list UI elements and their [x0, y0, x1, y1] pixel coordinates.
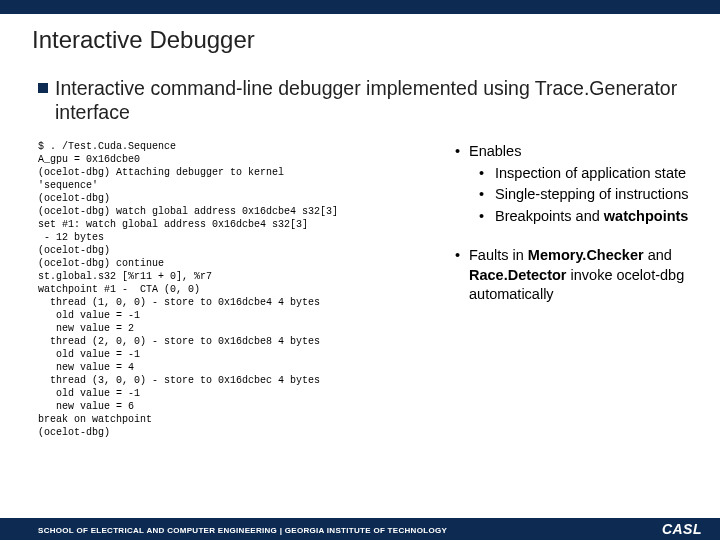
- faults-a: Faults in: [469, 247, 528, 263]
- main-bullet-text: Interactive command-line debugger implem…: [55, 76, 695, 125]
- enables-sub-stepping: Single-stepping of instructions: [455, 185, 700, 205]
- square-bullet-icon: [38, 83, 48, 93]
- breakpoints-text-b: watchpoints: [604, 208, 689, 224]
- top-band: [0, 0, 720, 14]
- right-column: Enables Inspection of application state …: [455, 142, 700, 307]
- breakpoints-text-a: Breakpoints and: [495, 208, 604, 224]
- faults-c: and: [644, 247, 672, 263]
- enables-sub-breakpoints: Breakpoints and watchpoints: [455, 207, 700, 227]
- faults-item: Faults in Memory.Checker and Race.Detect…: [455, 246, 700, 305]
- faults-d: Race.Detector: [469, 267, 567, 283]
- debugger-session-code: $ . /Test.Cuda.Sequence A_gpu = 0x16dcbe…: [38, 140, 438, 439]
- footer-text: SCHOOL OF ELECTRICAL AND COMPUTER ENGINE…: [38, 526, 447, 535]
- footer-logo: CASL: [662, 521, 702, 537]
- main-bullet: Interactive command-line debugger implem…: [38, 76, 695, 125]
- enables-sub-inspection: Inspection of application state: [455, 164, 700, 184]
- enables-item: Enables: [455, 142, 700, 162]
- spacer: [455, 228, 700, 246]
- enables-label: Enables: [469, 143, 521, 159]
- page-title: Interactive Debugger: [32, 26, 255, 54]
- faults-b: Memory.Checker: [528, 247, 644, 263]
